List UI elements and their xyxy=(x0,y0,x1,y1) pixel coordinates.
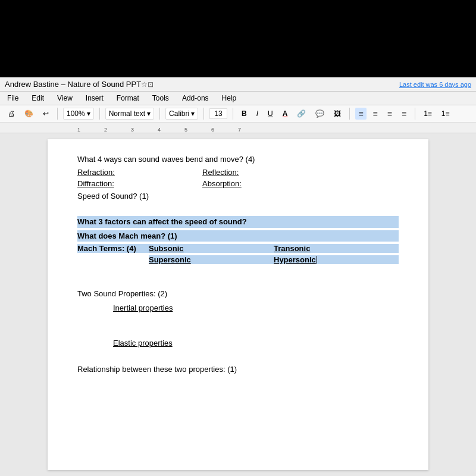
menu-bar: File Edit View Insert Format Tools Add-o… xyxy=(0,92,476,105)
align-center-button[interactable]: ≡ xyxy=(370,108,381,120)
align-left-button[interactable]: ≡ xyxy=(355,108,366,120)
diffraction-label: Diffraction: xyxy=(77,179,114,188)
spacer2 xyxy=(77,267,399,276)
menu-edit[interactable]: Edit xyxy=(29,93,46,104)
menu-view[interactable]: View xyxy=(55,93,75,104)
ruler-mark-1: 1 xyxy=(77,127,80,133)
mach-terms-label-cell: Mach Terms: (4) xyxy=(77,244,149,253)
factors-label: What 3 factors can affect the speed of s… xyxy=(77,217,247,226)
italic-button[interactable]: I xyxy=(253,108,261,119)
speed-label: Speed of Sound? (1) xyxy=(77,192,149,201)
subsonic-label: Subsonic xyxy=(149,244,184,253)
comment-button[interactable]: 💬 xyxy=(312,108,327,119)
app-container: Andrew Bastine – Nature of Sound PPT ☆ ⊡… xyxy=(0,0,476,476)
line-inertial: Inertial properties xyxy=(113,302,399,314)
doc-area[interactable]: What 4 ways can sound waves bend and mov… xyxy=(0,133,476,476)
line-relationship: Relationship between these two propertie… xyxy=(77,364,399,375)
hypersonic-label: Hypersonic xyxy=(274,255,316,264)
font-size-input[interactable] xyxy=(209,108,227,119)
paintformat-button[interactable]: 🎨 xyxy=(21,108,36,119)
font-color-button[interactable]: A xyxy=(280,108,291,119)
justify-button[interactable]: ≡ xyxy=(399,108,409,120)
style-arrow: ▾ xyxy=(147,109,151,118)
numbered-list-button[interactable]: 1≡ xyxy=(439,108,453,119)
inertial-label: Inertial properties xyxy=(113,303,173,312)
line-sound-waves: What 4 ways can sound waves bend and mov… xyxy=(77,154,399,165)
undo-button[interactable]: ↩ xyxy=(40,108,52,119)
ruler: 1 2 3 4 5 6 7 xyxy=(0,123,476,133)
mach-terms-grid: Subsonic Transonic Supersonic Hypersonic xyxy=(149,244,399,264)
spacer1 xyxy=(77,204,399,214)
underline-button[interactable]: U xyxy=(265,108,276,119)
toolbar-sep4 xyxy=(203,108,204,120)
two-sound-label: Two Sound Properties: (2) xyxy=(77,289,167,298)
line-elastic: Elastic properties xyxy=(113,337,399,349)
ruler-mark-4: 4 xyxy=(158,127,161,133)
sound-waves-text: What 4 ways can sound waves bend and mov… xyxy=(77,155,255,164)
ruler-mark-3: 3 xyxy=(131,127,134,133)
col-diffraction: Diffraction: xyxy=(77,179,196,188)
line-mach-mean: What does Mach mean? (1) xyxy=(77,230,399,242)
top-black-bar xyxy=(0,0,476,77)
spacer5 xyxy=(77,325,399,335)
ruler-content: 1 2 3 4 5 6 7 xyxy=(77,123,476,133)
zoom-value: 100% xyxy=(67,109,85,118)
supersonic-cell: Supersonic xyxy=(149,255,274,264)
menu-addons[interactable]: Add-ons xyxy=(180,93,211,104)
toolbar-sep5 xyxy=(233,108,233,120)
subsonic-cell: Subsonic xyxy=(149,244,274,253)
line-two-sound: Two Sound Properties: (2) xyxy=(77,288,399,300)
doc-page: What 4 ways can sound waves bend and mov… xyxy=(48,139,428,470)
doc-icon[interactable]: ⊡ xyxy=(148,80,154,89)
menu-tools[interactable]: Tools xyxy=(150,93,171,104)
line-factors: What 3 factors can affect the speed of s… xyxy=(77,216,399,228)
font-arrow: ▾ xyxy=(191,109,195,118)
last-edit-label: Last edit was 6 days ago xyxy=(399,81,471,88)
font-dropdown[interactable]: Calibri ▾ xyxy=(165,108,198,120)
toolbar-sep7 xyxy=(415,108,415,120)
link-button[interactable]: 🔗 xyxy=(294,108,309,119)
relationship-label: Relationship between these two propertie… xyxy=(77,365,237,374)
title-bar: Andrew Bastine – Nature of Sound PPT ☆ ⊡… xyxy=(0,77,476,92)
col-absorption: Absorption: xyxy=(202,179,399,188)
col-refraction: Refraction: xyxy=(77,168,196,177)
row-refraction-reflection: Refraction: Reflection: xyxy=(77,168,399,177)
align-right-button[interactable]: ≡ xyxy=(384,108,395,120)
spacer3 xyxy=(77,276,399,286)
star-icon[interactable]: ☆ xyxy=(141,80,148,89)
menu-insert[interactable]: Insert xyxy=(83,93,106,104)
print-button[interactable]: 🖨 xyxy=(5,108,18,119)
font-label: Calibri xyxy=(169,109,189,118)
toolbar-sep6 xyxy=(349,108,350,120)
zoom-dropdown[interactable]: 100% ▾ xyxy=(63,108,94,120)
ruler-mark-7: 7 xyxy=(238,127,241,133)
elastic-label: Elastic properties xyxy=(113,339,173,347)
title-bar-title: Andrew Bastine – Nature of Sound PPT xyxy=(5,80,141,89)
zoom-arrow: ▾ xyxy=(87,109,90,118)
supersonic-label: Supersonic xyxy=(149,255,191,264)
toolbar-sep2 xyxy=(99,108,100,120)
menu-file[interactable]: File xyxy=(5,93,21,104)
col-reflection: Reflection: xyxy=(202,168,399,177)
menu-help[interactable]: Help xyxy=(220,93,239,104)
line-spacing-button[interactable]: 1≡ xyxy=(421,108,435,119)
toolbar: 🖨 🎨 ↩ 100% ▾ Normal text ▾ Calibri ▾ B I… xyxy=(0,105,476,123)
row-diffraction-absorption: Diffraction: Absorption: xyxy=(77,179,399,188)
reflection-label: Reflection: xyxy=(202,168,239,177)
line-speed-of-sound: Speed of Sound? (1) xyxy=(77,190,399,202)
spacer4 xyxy=(77,316,399,325)
style-dropdown[interactable]: Normal text ▾ xyxy=(105,108,154,120)
hypersonic-cell: Hypersonic xyxy=(274,255,399,264)
ruler-mark-2: 2 xyxy=(104,127,107,133)
style-label: Normal text xyxy=(109,109,145,118)
toolbar-sep3 xyxy=(159,108,160,120)
transonic-cell: Transonic xyxy=(274,244,399,253)
refraction-label: Refraction: xyxy=(77,168,115,177)
image-button[interactable]: 🖼 xyxy=(331,108,344,119)
absorption-label: Absorption: xyxy=(202,179,242,188)
toolbar-sep1 xyxy=(57,108,58,120)
mach-terms-label: Mach Terms: (4) xyxy=(77,244,136,253)
transonic-label: Transonic xyxy=(274,244,310,253)
menu-format[interactable]: Format xyxy=(114,93,142,104)
bold-button[interactable]: B xyxy=(239,108,250,119)
